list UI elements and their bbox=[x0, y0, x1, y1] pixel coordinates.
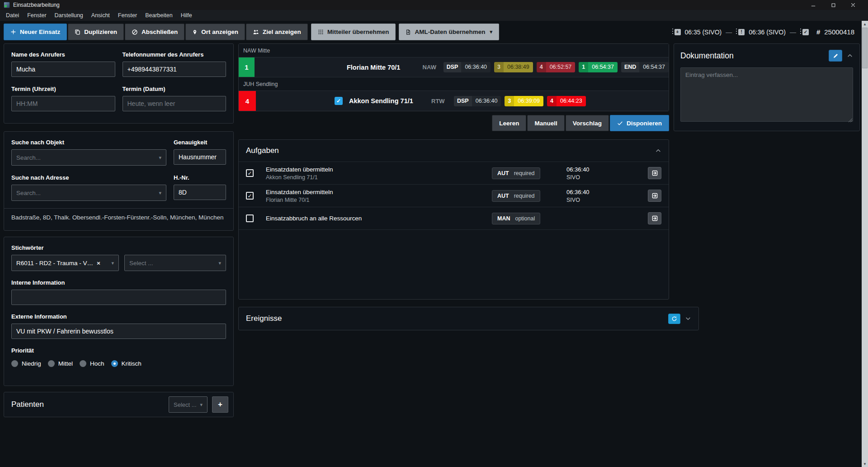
status-timeline: DSP06:36:40306:39:09406:44:23 bbox=[454, 96, 586, 106]
documentation-entry-textarea[interactable] bbox=[680, 67, 853, 122]
status-time: 06:36:40 bbox=[472, 96, 501, 106]
scroll-up-icon[interactable]: ▲ bbox=[863, 21, 867, 27]
task-open-button[interactable] bbox=[648, 167, 661, 179]
chevron-down-icon[interactable] bbox=[685, 315, 691, 322]
chevron-up-icon[interactable] bbox=[847, 52, 853, 59]
menu-bearbeiten[interactable]: Bearbeiten bbox=[141, 10, 176, 20]
termin-uhrzeit-input[interactable] bbox=[11, 96, 115, 111]
status-time: 06:54:37 bbox=[639, 62, 669, 72]
events-panel: Ereignisse bbox=[238, 307, 699, 330]
task-checkbox[interactable]: ✓ bbox=[246, 192, 254, 200]
edit-entry-button[interactable] bbox=[829, 50, 842, 62]
check-icon bbox=[617, 120, 623, 126]
task-checkbox[interactable]: ✓ bbox=[246, 169, 254, 177]
resource-panel: NAW Mitte1Florian Mitte 70/1NAWDSP06:36:… bbox=[238, 43, 669, 111]
abschließen-button[interactable]: Abschließen bbox=[125, 24, 184, 40]
name-des-anrufers-input[interactable] bbox=[11, 62, 115, 77]
task-list: ✓Einsatzdaten übermittelnAkkon Sendling … bbox=[239, 162, 669, 230]
task-text: Einsatzabbruch an alle Ressourcen bbox=[266, 215, 492, 222]
manuell-button[interactable]: Manuell bbox=[527, 115, 564, 131]
location-panel: Suche nach Objekt Search... ▾ Genauigkei… bbox=[4, 131, 234, 231]
housenumber-input[interactable] bbox=[174, 185, 226, 200]
menu-datei[interactable]: Datei bbox=[2, 10, 23, 20]
termin-datum-input[interactable] bbox=[123, 96, 226, 111]
arrow-box-icon bbox=[651, 215, 658, 222]
internal-info-input[interactable] bbox=[11, 290, 226, 305]
duplizieren-button[interactable]: Duplizieren bbox=[68, 24, 124, 40]
collapse-tasks-button[interactable] bbox=[655, 148, 661, 154]
task-open-button[interactable] bbox=[648, 190, 661, 202]
field-label: Termin (Datum) bbox=[123, 86, 226, 92]
vorschlag-button[interactable]: Vorschlag bbox=[566, 115, 609, 131]
refresh-icon bbox=[671, 316, 677, 322]
priority-niedrig[interactable]: Niedrig bbox=[11, 360, 41, 367]
resource-row[interactable]: 4✓Akkon Sendling 71/1RTWDSP06:36:40306:3… bbox=[239, 91, 669, 111]
task-mode: MAN bbox=[497, 215, 510, 222]
location-fields: Suche nach Objekt Search... ▾ Genauigkei… bbox=[4, 132, 233, 208]
tasks-panel: Aufgaben ✓Einsatzdaten übermittelnAkkon … bbox=[238, 139, 669, 300]
patients-title: Patienten bbox=[11, 400, 44, 409]
button-label: Neuer Einsatz bbox=[20, 29, 60, 35]
priority-hoch[interactable]: Hoch bbox=[80, 360, 104, 367]
task-mode: AUT bbox=[497, 170, 509, 176]
address-search-select[interactable]: Search... ▾ bbox=[11, 185, 166, 201]
caret-down-icon: ▾ bbox=[218, 260, 221, 266]
aml-daten-übernehmen-button[interactable]: AML-Daten übernehmen▾ bbox=[399, 24, 499, 40]
priority-kritisch[interactable]: Kritisch bbox=[111, 360, 142, 367]
vertical-scrollbar[interactable]: ▲ ▼ bbox=[862, 21, 868, 467]
status-code: 3 bbox=[494, 62, 504, 72]
mitteiler-übernehmen-button[interactable]: Mitteiler übernehmen bbox=[311, 24, 396, 40]
resource-status-badge: 4 bbox=[239, 91, 256, 111]
ziel-anzeigen-button[interactable]: Ziel anzeigen bbox=[246, 24, 308, 40]
status-code: 3 bbox=[505, 96, 514, 106]
grid-icon bbox=[318, 29, 324, 35]
documentation-actions bbox=[829, 50, 853, 62]
external-info-input[interactable] bbox=[11, 324, 226, 339]
ort-anzeigen-button[interactable]: Ort anzeigen bbox=[185, 24, 245, 40]
task-badge-col: AUTrequired bbox=[492, 190, 566, 202]
object-search-select[interactable]: Search... ▾ bbox=[11, 149, 166, 166]
maximize-button[interactable] bbox=[826, 0, 840, 10]
window-title: Einsatzbearbeitung bbox=[13, 2, 60, 8]
external-info-label: Externe Information bbox=[11, 313, 226, 320]
refresh-button[interactable] bbox=[668, 314, 680, 324]
leeren-button[interactable]: Leeren bbox=[492, 115, 526, 131]
task-open-button[interactable] bbox=[648, 212, 661, 224]
resource-name: Florian Mitte 70/1 bbox=[347, 64, 423, 71]
telefonnummer-des-anrufers-field: Telefonnummer des Anrufers bbox=[123, 51, 226, 77]
disponieren-button[interactable]: Disponieren bbox=[610, 115, 669, 131]
patients-select[interactable]: Select ... ▾ bbox=[169, 396, 208, 413]
task-checkbox[interactable] bbox=[246, 214, 254, 222]
resource-row[interactable]: 1Florian Mitte 70/1NAWDSP06:36:40306:38:… bbox=[239, 57, 669, 77]
scrollbar-thumb[interactable] bbox=[862, 28, 868, 68]
menu-hilfe[interactable]: Hilfe bbox=[177, 10, 196, 20]
neuer-einsatz-button[interactable]: Neuer Einsatz bbox=[4, 24, 67, 40]
app-icon bbox=[4, 2, 10, 8]
add-patient-button[interactable]: + bbox=[212, 396, 228, 413]
keyword-add-select[interactable]: Select ... ▾ bbox=[124, 255, 226, 271]
toolbar: Neuer EinsatzDuplizierenAbschließenOrt a… bbox=[4, 24, 499, 40]
telefonnummer-des-anrufers-input[interactable] bbox=[123, 62, 226, 77]
remove-keyword-icon[interactable]: × bbox=[97, 260, 100, 267]
priority-mittel[interactable]: Mittel bbox=[48, 360, 73, 367]
menu-darstellung[interactable]: Darstellung bbox=[51, 10, 87, 20]
menu-fenster[interactable]: Fenster bbox=[23, 10, 50, 20]
message-check-icon[interactable]: ✓ bbox=[335, 97, 343, 105]
close-button[interactable] bbox=[846, 0, 860, 10]
keyword-select[interactable]: R6011 - RD2 - Trauma - VU nur RD - v... … bbox=[11, 255, 119, 271]
plus-icon bbox=[10, 29, 16, 35]
menubar: DateiFensterDarstellungAnsichtFensterBea… bbox=[0, 10, 868, 21]
accuracy-input[interactable] bbox=[174, 149, 226, 165]
menu-fenster[interactable]: Fenster bbox=[114, 10, 141, 20]
status-time: 06:54:37 bbox=[588, 62, 618, 72]
minimize-button[interactable] bbox=[807, 0, 820, 10]
task-time: 06:36:40 bbox=[566, 166, 648, 173]
scroll-down-icon[interactable]: ▼ bbox=[863, 461, 867, 467]
resource-status-badge: 1 bbox=[239, 57, 255, 77]
task-badge-col: AUTrequired bbox=[492, 167, 566, 179]
arrow-box-icon bbox=[651, 192, 658, 199]
resolved-address: Badstraße, 8D, Thalk. Obersendl.-Forsten… bbox=[4, 208, 233, 226]
pencil-icon bbox=[833, 53, 839, 59]
menu-ansicht[interactable]: Ansicht bbox=[87, 10, 114, 20]
tasks-header: Aufgaben bbox=[239, 140, 669, 162]
